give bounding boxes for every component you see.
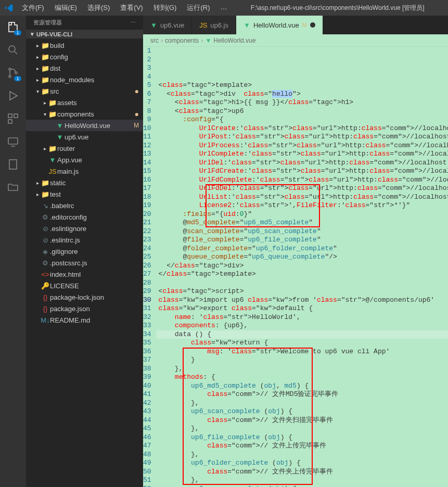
code-line[interactable]: :config="{	[157, 116, 448, 124]
code-line[interactable]: class="kw">return {	[157, 339, 448, 348]
code-line[interactable]: <class="tagc">h1>{{ msg }}</class="tagc"…	[157, 98, 448, 107]
code-line[interactable]: },	[157, 425, 448, 433]
code-line[interactable]: },	[157, 365, 448, 374]
code-line[interactable]: License2:'class="str">',FileFilter:'clas…	[157, 201, 448, 210]
tree-item[interactable]: ▼HelloWorld.vueM	[26, 120, 143, 131]
code-line[interactable]: class="comm">// 文件夹扫描完毕事件	[157, 416, 448, 425]
code-line[interactable]: UrlDel:'class="str">class="url">http:cla…	[157, 159, 448, 168]
code-line[interactable]: @queue_complete="up6_queue_complete"/>	[157, 253, 448, 262]
code-line[interactable]: data () {	[157, 330, 448, 339]
menu-item[interactable]: 选择(S)	[83, 1, 114, 15]
tree-item[interactable]: {}package.json	[26, 303, 143, 314]
tree-item[interactable]: ▸📁config	[26, 51, 143, 62]
tree-item[interactable]: ▸📁test	[26, 188, 143, 200]
breadcrumb[interactable]: src › components › ▼ HelloWorld.vue	[143, 34, 448, 47]
code-line[interactable]: class="comm">// 文件MD5验证完毕事件	[157, 390, 448, 399]
code-line[interactable]: },	[157, 451, 448, 459]
code-line[interactable]: UrlFdCreate:'class="str">class="url">htt…	[157, 167, 448, 176]
code-line[interactable]: @scan_complete="up6_scan_complete"	[157, 227, 448, 236]
menu-item[interactable]: 转到(G)	[149, 1, 181, 15]
activity-source-control-icon[interactable]: 1	[6, 66, 20, 80]
code-line[interactable]: <class="tagc">div class="hello">	[157, 90, 448, 99]
code-line[interactable]: UrlCreate:'class="str">class="url">http:…	[157, 124, 448, 133]
menu-item[interactable]: 查看(V)	[116, 1, 147, 15]
activity-file-icon[interactable]	[6, 157, 20, 172]
tree-item[interactable]: ▾📁src●	[26, 85, 143, 97]
code-line[interactable]: </class="tagc">template>	[157, 270, 448, 279]
tree-item[interactable]: ▸📁assets	[26, 97, 143, 108]
code-line[interactable]: UrlProcess:'class="str">class="url">http…	[157, 142, 448, 150]
more-icon[interactable]: ⋯	[130, 19, 136, 26]
tree-item[interactable]: M↓README.md	[26, 314, 143, 326]
tree-item[interactable]: ▸📁static	[26, 177, 143, 188]
code-line[interactable]: @folder_complete="up6_folder_complete"	[157, 245, 448, 253]
tree-item[interactable]: 🔑LICENSE	[26, 280, 143, 291]
tree-item[interactable]: ▸📁build	[26, 40, 143, 51]
activity-debug-icon[interactable]	[6, 88, 20, 103]
code-line[interactable]: @file_complete="up6_file_complete"	[157, 236, 448, 245]
code-line[interactable]: class="kw">export class="kw">default {	[157, 304, 448, 313]
code-line[interactable]: class="comm">// 文件上传完毕事件	[157, 442, 448, 451]
code-line[interactable]: class="kw">import up6 class="kw">from 'c…	[157, 296, 448, 305]
menu-item[interactable]: …	[216, 1, 231, 15]
code-line[interactable]: UrlComplete:'class="str">class="url">htt…	[157, 150, 448, 159]
code-line[interactable]: up6_file_complete (obj) {	[157, 433, 448, 442]
menu-item[interactable]: 编辑(E)	[50, 1, 81, 15]
activity-remote-icon[interactable]	[6, 134, 20, 149]
tree-item[interactable]: ▼App.vue	[26, 154, 143, 165]
code-line[interactable]: up6_scan_complete (obj) {	[157, 407, 448, 416]
breadcrumb-item[interactable]: components	[165, 37, 199, 44]
editor-tab[interactable]: ▼HelloWorld.vueM	[236, 16, 323, 34]
code-line[interactable]: UrlFdComplete:'class="str">class="url">h…	[157, 176, 448, 185]
menu-item[interactable]: 文件(F)	[18, 1, 48, 15]
code-line[interactable]: },	[157, 399, 448, 408]
code-line[interactable]: msg: 'class="str">Welcome to up6 vue cli…	[157, 348, 448, 356]
code-line[interactable]: <class="tagc">up6	[157, 107, 448, 116]
activity-explorer-icon[interactable]: 1	[6, 20, 20, 34]
code-line[interactable]: UrlFdDel:'class="str">class="url">http:c…	[157, 184, 448, 193]
code-content[interactable]: <class="tagc">template> <class="tagc">di…	[157, 47, 448, 487]
code-line[interactable]: up6_md5_complete (obj, md5) {	[157, 382, 448, 391]
activity-folder-icon[interactable]	[6, 180, 20, 195]
tree-item[interactable]: ▾📁components●	[26, 108, 143, 120]
tree-item[interactable]: ▸📁node_modules	[26, 74, 143, 85]
code-line[interactable]: name: 'class="str">HelloWorld',	[157, 313, 448, 322]
code-editor[interactable]: 1234567891011121314151617181920212223242…	[143, 47, 448, 487]
code-line[interactable]: },	[157, 476, 448, 485]
tree-item[interactable]: ▸📁router	[26, 143, 143, 154]
tree-item[interactable]: ⚙.postcssrc.js	[26, 257, 143, 268]
tree-item[interactable]: {}package-lock.json	[26, 291, 143, 303]
code-line[interactable]: up6_queue_complete (obj) {	[157, 485, 448, 488]
code-line[interactable]: }	[157, 356, 448, 365]
code-line[interactable]	[157, 279, 448, 288]
code-line[interactable]: up6_folder_complete (obj) {	[157, 459, 448, 468]
tree-item[interactable]: ▸📁dist	[26, 62, 143, 74]
activity-extensions-icon[interactable]	[6, 111, 20, 126]
editor-tab[interactable]: JSup6.js	[192, 16, 236, 34]
tree-item[interactable]: JSmain.js	[26, 165, 143, 177]
code-line[interactable]: UrlList:'class="str">class="url">http:cl…	[157, 193, 448, 202]
tree-item[interactable]: ▼up6.vue	[26, 131, 143, 143]
tree-item[interactable]: ↘.babelrc	[26, 200, 143, 211]
activity-search-icon[interactable]	[6, 43, 20, 57]
breadcrumb-item[interactable]: HelloWorld.vue	[213, 37, 255, 44]
project-header[interactable]: ▾ UP6-VUE-CLI	[26, 30, 143, 39]
code-line[interactable]: <class="tagc">template>	[157, 81, 448, 90]
code-line[interactable]: @md5_complete="up6_md5_complete"	[157, 219, 448, 227]
breadcrumb-item[interactable]: src	[150, 37, 159, 44]
code-line[interactable]: UrlPost:'class="str">class="url">http:cl…	[157, 133, 448, 142]
editor-tab[interactable]: ▼up6.vue	[143, 16, 192, 34]
code-line[interactable]: </class="tagc">div>	[157, 262, 448, 271]
file-type-icon: 📁	[48, 145, 57, 152]
tree-item[interactable]: ⚙.editorconfig	[26, 211, 143, 223]
code-line[interactable]: <class="tagc">script>	[157, 287, 448, 296]
tree-item[interactable]: ⊘.eslintrc.js	[26, 234, 143, 246]
code-line[interactable]: :fields="{uid:0}"	[157, 210, 448, 219]
tree-item[interactable]: ⊘.eslintignore	[26, 223, 143, 234]
tree-item[interactable]: <>index.html	[26, 268, 143, 280]
code-line[interactable]: class="comm">// 文件夹上传完毕事件	[157, 468, 448, 477]
code-line[interactable]: components: {up6},	[157, 322, 448, 330]
code-line[interactable]: methods: {	[157, 373, 448, 382]
tree-item[interactable]: ◈.gitignore	[26, 246, 143, 257]
menu-item[interactable]: 运行(R)	[183, 1, 214, 15]
